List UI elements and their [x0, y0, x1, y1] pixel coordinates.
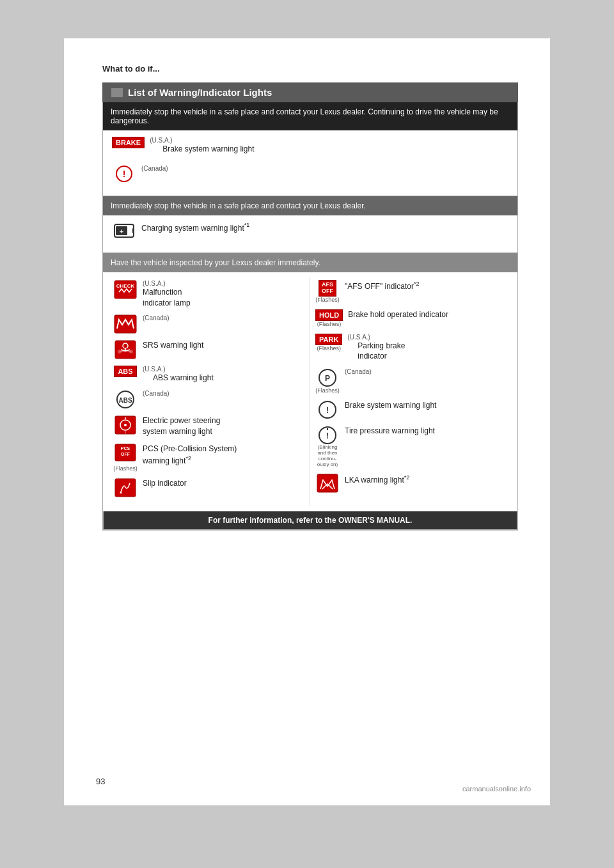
park-text-usa: Parking brakeindicator — [347, 341, 405, 362]
afs-item: AFSOFF (Flashes) "AFS OFF" indicator*2 — [315, 280, 507, 303]
box1-content: BRAKE (U.S.A.) Brake system warning ligh… — [103, 130, 517, 196]
check-sub-canada: (Canada) — [143, 314, 169, 322]
park-flashes-canada: (Flashes) — [315, 387, 340, 394]
brake-sys-item: ! Brake system warning light — [315, 400, 507, 419]
park-sub-usa: (U.S.A.) — [347, 334, 405, 341]
page-number: 93 — [96, 777, 105, 786]
abs-sub-usa: (U.S.A.) — [143, 366, 214, 373]
charging-text: Charging system warning light — [141, 224, 244, 233]
svg-text:CHECK: CHECK — [116, 283, 135, 289]
park-sub-canada: (Canada) — [345, 368, 372, 375]
abs-item-usa: ABS (U.S.A.) ABS warning light — [113, 366, 304, 384]
abs-sub-canada: (Canada) — [143, 390, 169, 397]
lka-text: LKA warning light*2 — [345, 474, 409, 486]
box2-header: Immediately stop the vehicle in a safe p… — [103, 196, 517, 215]
eps-item: ! Electric power steeringsystem warning … — [113, 415, 304, 437]
svg-text:OFF: OFF — [121, 452, 130, 456]
eps-icon: ! — [114, 415, 136, 435]
footer-notice: For further information, refer to the OW… — [103, 511, 517, 530]
afs-text: "AFS OFF" indicator*2 — [345, 280, 419, 292]
box3: Have the vehicle inspected by your Lexus… — [102, 253, 518, 531]
brake-text: Brake system warning light — [150, 144, 254, 155]
hold-flashes: (Flashes) — [317, 321, 342, 327]
brake-sys-text: Brake system warning light — [345, 400, 436, 411]
eps-text: Electric power steeringsystem warning li… — [143, 415, 220, 437]
header-bar: List of Warning/Indicator Lights — [102, 82, 518, 102]
page: What to do if... List of Warning/Indicat… — [64, 38, 550, 805]
brake-badge: BRAKE — [112, 137, 145, 148]
check-text: Malfunctionindicator lamp — [143, 287, 191, 309]
brake-sys-icon: ! — [318, 400, 337, 419]
abs-badge-usa: ABS — [114, 366, 136, 377]
svg-point-20 — [124, 424, 127, 426]
left-col: CHECK (U.S.A.) Malfunctionindicator lamp — [108, 277, 310, 506]
right-col: AFSOFF (Flashes) "AFS OFF" indicator*2 H… — [310, 277, 512, 506]
brake-item-usa: BRAKE (U.S.A.) Brake system warning ligh… — [112, 137, 508, 155]
slip-icon — [114, 478, 136, 497]
brake-canada-icon: ! — [114, 165, 134, 183]
box3-header: Have the vehicle inspected by your Lexus… — [103, 253, 517, 272]
header-icon — [111, 88, 123, 97]
svg-text:!: ! — [125, 430, 126, 435]
srs-icon — [114, 340, 136, 359]
abs-item-canada: ABS (Canada) — [113, 390, 304, 409]
svg-text:!: ! — [326, 405, 329, 415]
check-item-usa: CHECK (U.S.A.) Malfunctionindicator lamp — [113, 280, 304, 309]
slip-item: Slip indicator — [113, 478, 304, 497]
park-item-canada: P (Flashes) (Canada) — [315, 368, 507, 394]
park-flashes-usa: (Flashes) — [317, 345, 341, 352]
brake-sub-canada: (Canada) — [141, 165, 168, 172]
svg-text:!: ! — [326, 431, 329, 440]
abs-text: ABS warning light — [143, 373, 214, 384]
brake-item-canada: ! (Canada) — [112, 165, 508, 183]
srs-item: SRS warning light — [113, 340, 304, 359]
pcs-flashes: (Flashes) — [113, 465, 138, 472]
box1: Immediately stop the vehicle in a safe p… — [102, 102, 518, 196]
svg-text:+: + — [120, 228, 123, 235]
tire-item: ! (Blinkingand thencontinu-ously on) Tir… — [315, 426, 507, 467]
brake-sub-usa: (U.S.A.) — [150, 137, 254, 144]
box3-content: CHECK (U.S.A.) Malfunctionindicator lamp — [103, 272, 517, 511]
svg-text:PCS: PCS — [121, 446, 130, 451]
check-icon-usa: CHECK — [114, 280, 137, 299]
pcs-item: PCS OFF (Flashes) PCS (Pre-Collision Sys… — [113, 444, 304, 472]
check-sub-usa: (U.S.A.) — [143, 280, 191, 287]
charging-superscript: *1 — [244, 222, 250, 228]
box1-header: Immediately stop the vehicle in a safe p… — [103, 102, 517, 130]
abs-canada-icon: ABS — [114, 390, 136, 409]
check-icon-canada — [114, 314, 137, 334]
pcs-icon: PCS OFF — [114, 444, 136, 465]
hold-badge: HOLD — [315, 309, 343, 321]
box2-content: + Charging system warning light*1 — [103, 215, 517, 252]
check-item-canada: (Canada) — [113, 314, 304, 334]
park-item-usa: PARK (Flashes) (U.S.A.) Parking brakeind… — [315, 334, 507, 362]
svg-text:ABS: ABS — [118, 397, 132, 404]
hold-text: Brake hold operated indicator — [348, 309, 448, 320]
srs-text: SRS warning light — [143, 340, 203, 351]
svg-text:!: ! — [123, 169, 126, 179]
park-canada-icon: P — [318, 368, 337, 387]
svg-rect-4 — [132, 228, 134, 233]
watermark: carmanualsonline.info — [462, 785, 531, 793]
section-title: What to do if... — [102, 64, 518, 74]
svg-text:P: P — [325, 374, 330, 383]
afs-badge: AFSOFF — [319, 280, 336, 297]
lka-icon — [317, 474, 338, 493]
tire-flashes: (Blinkingand thencontinu-ously on) — [317, 445, 338, 467]
charging-icon: + — [113, 222, 135, 240]
hold-item: HOLD (Flashes) Brake hold operated indic… — [315, 309, 507, 327]
tire-icon: ! — [318, 426, 337, 445]
box2: Immediately stop the vehicle in a safe p… — [102, 196, 518, 253]
charging-item: + Charging system warning light*1 — [112, 222, 508, 240]
park-badge-usa: PARK — [315, 334, 342, 345]
slip-text: Slip indicator — [143, 478, 187, 489]
pcs-text: PCS (Pre-Collision System)warning light*… — [143, 444, 237, 467]
tire-text: Tire pressure warning light — [345, 426, 435, 437]
afs-flashes: (Flashes) — [315, 297, 340, 303]
header-text: List of Warning/Indicator Lights — [128, 87, 272, 98]
lka-item: LKA warning light*2 — [315, 474, 507, 493]
